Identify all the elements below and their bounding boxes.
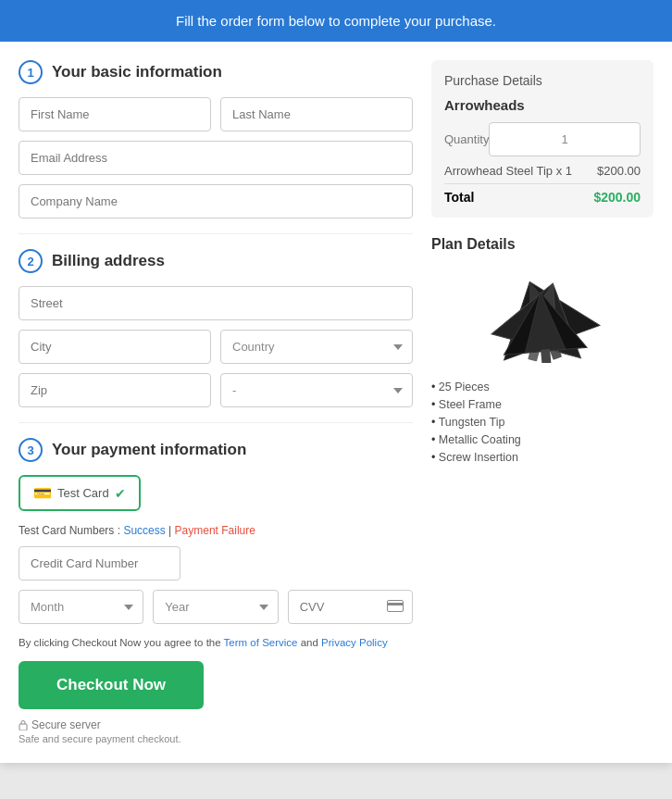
- email-input[interactable]: [19, 141, 413, 175]
- svg-rect-0: [387, 600, 403, 611]
- svg-rect-11: [541, 349, 552, 363]
- feature-5: Screw Insertion: [431, 451, 653, 464]
- first-name-wrap: [19, 97, 211, 131]
- banner-text: Fill the order form below to complete yo…: [176, 13, 496, 29]
- total-label: Total: [444, 190, 474, 205]
- terms-middle: and: [301, 637, 321, 648]
- last-name-input[interactable]: [220, 97, 413, 131]
- city-input[interactable]: [19, 330, 211, 364]
- quantity-input[interactable]: [489, 122, 641, 156]
- street-row: [19, 286, 413, 320]
- privacy-link[interactable]: Privacy Policy: [321, 637, 388, 648]
- billing-header: 2 Billing address: [19, 249, 413, 273]
- quantity-row: Quantity: [444, 122, 641, 156]
- features-list: 25 Pieces Steel Frame Tungsten Tip Metal…: [431, 381, 653, 464]
- section-3-number: 3: [19, 438, 43, 462]
- section-2-number: 2: [19, 249, 43, 273]
- company-row: [19, 184, 413, 218]
- state-select[interactable]: -: [220, 373, 413, 407]
- basic-info-header: 1 Your basic information: [19, 60, 413, 84]
- terms-text: By clicking Checkout Now you agree to th…: [19, 637, 413, 648]
- zip-input[interactable]: [19, 373, 211, 407]
- test-card-prefix: Test Card Numbers :: [19, 524, 123, 537]
- section-2-title: Billing address: [52, 252, 165, 270]
- street-input[interactable]: [19, 286, 413, 320]
- feature-3: Tungsten Tip: [431, 416, 653, 429]
- checkout-button[interactable]: Checkout Now: [19, 661, 204, 709]
- section-3-title: Your payment information: [52, 441, 246, 459]
- svg-rect-1: [387, 603, 404, 605]
- tos-link[interactable]: Term of Service: [224, 637, 298, 648]
- test-card-option[interactable]: 💳 Test Card ✔: [19, 475, 141, 511]
- line-item-price: $200.00: [597, 164, 641, 178]
- feature-1: 25 Pieces: [431, 381, 653, 393]
- name-row: [19, 97, 413, 131]
- line-item-label: Arrowhead Steel Tip x 1: [444, 164, 572, 178]
- last-name-wrap: [220, 97, 413, 131]
- arrowhead-illustration: [464, 270, 621, 363]
- line-item: Arrowhead Steel Tip x 1 $200.00: [444, 164, 641, 184]
- year-select[interactable]: Year: [153, 590, 278, 624]
- first-name-input[interactable]: [19, 97, 211, 131]
- product-image: [431, 266, 653, 368]
- checkmark-icon: ✔: [115, 486, 126, 501]
- country-wrap: Country: [220, 330, 413, 364]
- card-icon: 💳: [33, 484, 52, 502]
- quantity-label: Quantity: [444, 132, 489, 146]
- secure-label: Secure server: [31, 718, 101, 731]
- plan-details: Plan Details: [431, 236, 653, 464]
- section-1-number: 1: [19, 60, 43, 84]
- cvv-wrap: [288, 590, 413, 624]
- feature-2: Steel Frame: [431, 398, 653, 411]
- purchase-details-box: Purchase Details Arrowheads Quantity Arr…: [431, 60, 653, 218]
- month-select[interactable]: Month: [19, 590, 143, 624]
- secure-server-text: Secure server: [19, 718, 413, 731]
- purchase-details-title: Purchase Details: [444, 73, 641, 88]
- cvv-card-icon: [387, 599, 404, 616]
- safe-text: Safe and secure payment checkout.: [19, 733, 413, 744]
- product-name: Arrowheads: [444, 97, 641, 113]
- payment-header: 3 Your payment information: [19, 438, 413, 462]
- terms-prefix: By clicking Checkout Now you agree to th…: [19, 637, 224, 648]
- cvv-row: Month Year: [19, 590, 413, 624]
- lock-icon: [19, 719, 28, 730]
- feature-4: Metallic Coating: [431, 433, 653, 446]
- credit-card-row: [19, 546, 413, 581]
- company-input[interactable]: [19, 184, 413, 218]
- total-price: $200.00: [593, 190, 641, 205]
- failure-link[interactable]: Payment Failure: [175, 524, 255, 537]
- test-card-label: Test Card: [57, 486, 109, 500]
- plan-details-title: Plan Details: [431, 236, 653, 253]
- zip-wrap: [19, 373, 211, 407]
- state-wrap: -: [220, 373, 413, 407]
- card-options: 💳 Test Card ✔: [19, 475, 413, 511]
- country-select[interactable]: Country: [220, 330, 413, 364]
- month-wrap: Month: [19, 590, 143, 624]
- success-link[interactable]: Success: [123, 524, 165, 537]
- left-panel: 1 Your basic information 2: [19, 60, 413, 744]
- svg-rect-2: [19, 724, 27, 730]
- top-banner: Fill the order form below to complete yo…: [0, 0, 672, 42]
- credit-card-input[interactable]: [19, 546, 180, 581]
- email-row: [19, 141, 413, 175]
- zip-state-row: -: [19, 373, 413, 407]
- section-1-title: Your basic information: [52, 63, 222, 81]
- test-card-info: Test Card Numbers : Success | Payment Fa…: [19, 524, 413, 537]
- city-wrap: [19, 330, 211, 364]
- right-panel: Purchase Details Arrowheads Quantity Arr…: [431, 60, 653, 744]
- city-country-row: Country: [19, 330, 413, 364]
- year-wrap: Year: [153, 590, 278, 624]
- total-row: Total $200.00: [444, 190, 641, 205]
